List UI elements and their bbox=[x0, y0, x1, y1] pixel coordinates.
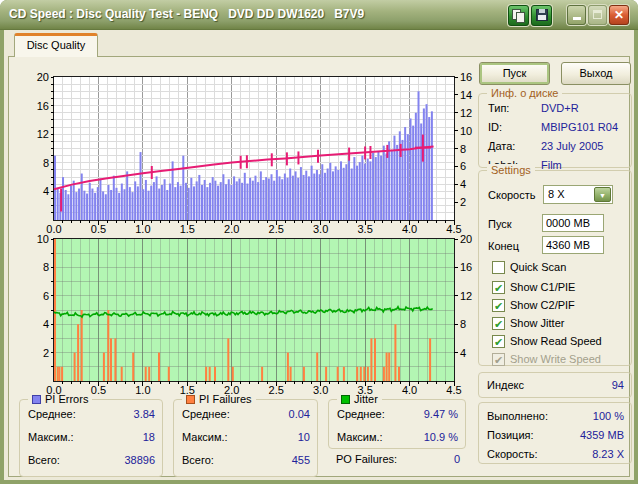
end-mb-label: Конец bbox=[488, 240, 519, 252]
bottom-x-axis-tick: 2.0 bbox=[217, 385, 247, 396]
top-left-axis-tick: 4 bbox=[17, 186, 49, 197]
checkbox-label: Show C2/PIF bbox=[510, 299, 575, 311]
top-left-axis-tick: 8 bbox=[17, 158, 49, 169]
top-right-axis-tick: 10 bbox=[460, 126, 492, 137]
minimize-button[interactable] bbox=[567, 5, 586, 25]
checkbox-box[interactable] bbox=[492, 261, 505, 274]
speed-combobox[interactable]: 8 X ▼ bbox=[543, 185, 613, 204]
top-right-axis-tick: 14 bbox=[460, 90, 492, 101]
window-title: CD Speed : Disc Quality Test - BENQ DVD … bbox=[9, 7, 364, 21]
disc-info-row: Тип:DVD+R bbox=[488, 102, 625, 117]
stat-row-value: 455 bbox=[292, 454, 310, 466]
stat-box-pi-errors: PI ErrorsСреднее:3.84Максим.:18Всего:388… bbox=[19, 399, 163, 477]
top-x-axis-tick: 0.5 bbox=[83, 224, 113, 235]
stat-row-value: 0.04 bbox=[289, 408, 310, 420]
bottom-right-axis-tick: 12 bbox=[460, 291, 492, 302]
stat-row: Среднее:0.04 bbox=[182, 408, 310, 422]
po-failures-value: 0 bbox=[454, 453, 460, 465]
top-left-axis-tick: 12 bbox=[17, 129, 49, 140]
bottom-x-axis-tick: 3.0 bbox=[306, 385, 336, 396]
stat-row: Среднее:9.47 % bbox=[337, 408, 458, 422]
stat-row: Максим.:18 bbox=[28, 431, 155, 445]
settings-title: Settings bbox=[487, 164, 535, 176]
speed-label: Скорость bbox=[488, 189, 536, 201]
disc-info-title: Инф. о диске bbox=[487, 87, 562, 99]
top-right-axis-tick: 8 bbox=[460, 144, 492, 155]
bottom-left-axis-tick: 4 bbox=[17, 319, 49, 330]
bottom-right-axis-tick: 16 bbox=[460, 262, 492, 273]
tab-disc-quality[interactable]: Disc Quality bbox=[14, 33, 98, 57]
save-button[interactable] bbox=[531, 5, 552, 26]
stat-row: Всего:38896 bbox=[28, 454, 155, 468]
bottom-x-axis-tick: 0.5 bbox=[83, 385, 113, 396]
stat-row-label: Среднее: bbox=[182, 408, 230, 420]
top-x-axis-tick: 2.5 bbox=[261, 224, 291, 235]
titlebar: CD Speed : Disc Quality Test - BENQ DVD … bbox=[0, 0, 638, 30]
checkbox-box[interactable]: ✔ bbox=[492, 299, 505, 312]
copy-button[interactable] bbox=[508, 5, 529, 26]
status-row: Скорость:8.23 X bbox=[487, 448, 624, 462]
bottom-x-axis-tick: 1.0 bbox=[128, 385, 158, 396]
top-x-axis-tick: 4.0 bbox=[395, 224, 425, 235]
status-row-label: Выполнено: bbox=[487, 410, 548, 422]
top-right-axis-tick: 2 bbox=[460, 197, 492, 208]
top-x-axis-tick: 1.0 bbox=[128, 224, 158, 235]
stat-box-pi-failures: PI FailuresСреднее:0.04Максим.:10Всего:4… bbox=[173, 399, 318, 477]
top-x-axis-tick: 3.0 bbox=[306, 224, 336, 235]
status-row-value: 4359 MB bbox=[580, 429, 624, 441]
index-label: Индекс bbox=[487, 379, 524, 391]
top-right-axis-tick: 4 bbox=[460, 179, 492, 190]
maximize-icon bbox=[593, 10, 602, 19]
checkbox-box[interactable]: ✔ bbox=[492, 335, 505, 348]
legend-square-icon bbox=[32, 395, 41, 404]
bottom-left-axis-tick: 6 bbox=[17, 291, 49, 302]
top-left-axis-tick: 16 bbox=[17, 101, 49, 112]
stat-row-label: Среднее: bbox=[337, 408, 385, 420]
top-x-axis-tick: 1.5 bbox=[172, 224, 202, 235]
stat-box-jitter: JitterСреднее:9.47 %Максим.:10.9 % bbox=[328, 399, 466, 449]
disc-info-row-value: 23 July 2005 bbox=[541, 140, 603, 152]
disc-info-row-label: Дата: bbox=[488, 140, 515, 152]
disc-info-row-value: MBIPG101 R04 bbox=[541, 121, 618, 133]
checkbox-box[interactable]: ✔ bbox=[492, 353, 505, 366]
status-row-label: Позиция: bbox=[487, 429, 534, 441]
bottom-x-axis-tick: 4.5 bbox=[439, 385, 469, 396]
status-row-value: 100 % bbox=[593, 410, 624, 422]
exit-button[interactable]: Выход bbox=[561, 62, 631, 85]
stat-row-value: 9.47 % bbox=[424, 408, 458, 420]
start-mb-field[interactable] bbox=[542, 214, 604, 232]
pi-failures-chart bbox=[53, 238, 455, 382]
checkbox-box[interactable]: ✔ bbox=[492, 281, 505, 294]
status-group: Выполнено:100 %Позиция:4359 MBСкорость:8… bbox=[478, 402, 632, 464]
stat-row-value: 38896 bbox=[124, 454, 155, 466]
pi-errors-chart bbox=[53, 76, 455, 221]
top-right-axis-tick: 12 bbox=[460, 108, 492, 119]
chevron-down-icon[interactable]: ▼ bbox=[594, 187, 611, 202]
bottom-x-axis-tick: 2.5 bbox=[261, 385, 291, 396]
end-mb-field[interactable] bbox=[542, 236, 604, 254]
stat-row: Максим.:10.9 % bbox=[337, 431, 458, 445]
bottom-x-axis-tick: 1.5 bbox=[172, 385, 202, 396]
tab-page: Пуск Выход Инф. о диске Тип:DVD+RID:MBIP… bbox=[8, 56, 630, 477]
stat-row-label: Максим.: bbox=[28, 431, 74, 443]
status-row: Позиция:4359 MB bbox=[487, 429, 624, 443]
start-mb-label: Пуск bbox=[488, 218, 512, 230]
stat-row-value: 10.9 % bbox=[424, 431, 458, 443]
maximize-button[interactable] bbox=[588, 5, 607, 25]
stat-row: Всего:455 bbox=[182, 454, 310, 468]
checkbox-label: Show Read Speed bbox=[510, 335, 602, 347]
checkbox-box[interactable]: ✔ bbox=[492, 317, 505, 330]
bottom-left-axis-tick: 10 bbox=[17, 234, 49, 245]
po-failures-label: PO Failures: bbox=[336, 453, 397, 465]
close-button[interactable]: ✕ bbox=[609, 5, 629, 25]
checkbox-label: Show Write Speed bbox=[510, 353, 601, 365]
bottom-right-axis-tick: 8 bbox=[460, 319, 492, 330]
bottom-left-axis-tick: 2 bbox=[17, 348, 49, 359]
status-row-label: Скорость: bbox=[487, 448, 538, 460]
legend-square-icon bbox=[186, 395, 195, 404]
index-value: 94 bbox=[612, 379, 624, 391]
pi-errors-chart-canvas bbox=[54, 77, 454, 220]
bottom-right-axis-tick: 20 bbox=[460, 234, 492, 245]
status-row-value: 8.23 X bbox=[592, 448, 624, 460]
bottom-x-axis-tick: 4.0 bbox=[395, 385, 425, 396]
